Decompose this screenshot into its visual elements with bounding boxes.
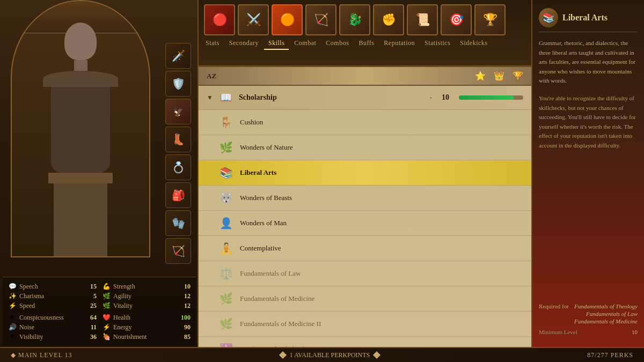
- stat-value-conspicuousness: 64: [80, 314, 97, 322]
- filter-crown-icon[interactable]: 👑: [494, 71, 504, 81]
- ranged-slot[interactable]: 🏹: [165, 238, 191, 264]
- stat-nourishment: 🍖 Nourishment 85: [102, 332, 191, 342]
- tab-buffs[interactable]: Buffs: [354, 38, 378, 50]
- perks-display: 87/277 PERKS: [587, 351, 633, 359]
- right-panel-description: Grammar, rhetoric, and dialectics, the t…: [539, 39, 638, 86]
- tab-icon-skills[interactable]: 🟠: [272, 4, 303, 35]
- stat-name-vitality: Vitality: [113, 302, 172, 310]
- perk-points-display: 1 AVAILABLE PERKPOINTS: [280, 351, 380, 359]
- boots-slot[interactable]: 👢: [165, 127, 191, 152]
- stat-agility: 🌿 Agility 12: [102, 291, 191, 301]
- stat-visibility: 👁 Visibility 36: [8, 332, 97, 342]
- tab-reputation[interactable]: Reputation: [379, 38, 419, 50]
- skill-fundamentals-theology[interactable]: ✝️ Fundamentals of Theology: [199, 337, 531, 347]
- skill-name-cushion: Cushion: [240, 118, 523, 127]
- tab-icon-stats[interactable]: 🔴: [204, 4, 235, 35]
- armor-slot[interactable]: 🦅: [165, 99, 191, 124]
- nav-tabs: 🔴 ⚔️ 🟠 🏹 🐉 ✊ 📜 🎯 🏆 Stats Secondary Skill…: [199, 0, 531, 67]
- shield-icons-row: 🔴 ⚔️ 🟠 🏹 🐉 ✊ 📜 🎯 🏆: [199, 0, 531, 38]
- skill-name-fundamentals-law: Fundamentals of Law: [240, 269, 523, 278]
- stat-value-energy: 90: [174, 323, 191, 331]
- nourishment-icon: 🍖: [102, 333, 111, 341]
- scholarship-level: 10: [437, 93, 453, 102]
- min-level-label: Minimum Level: [539, 329, 577, 335]
- skill-name-liberal-arts: Liberal Arts: [240, 168, 523, 177]
- tab-icon-buffs[interactable]: ✊: [373, 4, 404, 35]
- skill-liberal-arts[interactable]: 📚 Liberal Arts: [199, 160, 531, 186]
- charisma-icon: ✨: [8, 292, 17, 300]
- tab-combos[interactable]: Combos: [321, 38, 353, 50]
- stat-name-nourishment: Nourishment: [113, 333, 172, 341]
- bag-slot[interactable]: 🎒: [165, 182, 191, 208]
- tab-labels: Stats Secondary Skills Combat Combos Buf…: [199, 38, 531, 50]
- stat-value-health: 100: [174, 314, 191, 322]
- energy-icon: ⚡: [102, 323, 111, 331]
- sort-az-button[interactable]: AZ: [207, 72, 216, 80]
- tab-icon-combat[interactable]: 🏹: [305, 4, 336, 35]
- skill-fundamentals-law[interactable]: ⚖️ Fundamentals of Law: [199, 261, 531, 286]
- skill-cushion[interactable]: 🪑 Cushion: [199, 110, 531, 135]
- skill-fundamentals-medicine[interactable]: 🌿 Fundamentals of Medicine: [199, 286, 531, 312]
- noise-icon: 🔊: [8, 323, 17, 331]
- stat-name-health: Health: [113, 314, 172, 322]
- stat-value-strength: 10: [174, 283, 191, 291]
- stat-value-noise: 11: [80, 323, 97, 331]
- tab-skills[interactable]: Skills: [264, 38, 289, 50]
- tab-icon-statistics[interactable]: 🎯: [441, 4, 472, 35]
- fundamentals-theology-icon: ✝️: [217, 341, 235, 347]
- visibility-icon: 👁: [8, 333, 17, 341]
- tab-stats[interactable]: Stats: [201, 38, 224, 50]
- tab-icon-reputation[interactable]: 📜: [407, 4, 438, 35]
- required-item-0: Fundamentals of Theology: [574, 303, 638, 309]
- stat-speed: ⚡ Speed 25: [8, 301, 97, 311]
- skill-fundamentals-medicine-ii[interactable]: 🌿 Fundamentals of Medicine II: [199, 312, 531, 337]
- conspicuousness-icon: 👁: [8, 313, 17, 322]
- speech-icon: 💬: [8, 282, 17, 291]
- stat-value-visibility: 36: [80, 333, 97, 341]
- tab-secondary[interactable]: Secondary: [225, 38, 263, 50]
- tab-icon-sidekicks[interactable]: 🏆: [474, 4, 506, 35]
- right-panel-header: 📚 Liberal Arts: [539, 8, 638, 32]
- required-section: Required for Fundamentals of Theology Fu…: [539, 303, 638, 335]
- ring-slot[interactable]: 💍: [165, 154, 191, 180]
- right-panel: 📚 Liberal Arts Grammar, rhetoric, and di…: [531, 0, 644, 362]
- skill-contemplative[interactable]: 🧘 Contemplative: [199, 236, 531, 261]
- tab-statistics[interactable]: Statistics: [420, 38, 455, 50]
- skills-list[interactable]: ▼ 📖 Scholarship - 10 🪑 Cushion 🌿 Wonders…: [199, 86, 531, 347]
- filter-star-icon[interactable]: ⭐: [475, 71, 486, 81]
- misc-slot[interactable]: 🧤: [165, 210, 191, 236]
- skill-wonders-of-man[interactable]: 👤 Wonders of Man: [199, 211, 531, 236]
- main-content: 🔴 ⚔️ 🟠 🏹 🐉 ✊ 📜 🎯 🏆 Stats Secondary Skill…: [199, 0, 531, 362]
- stat-name-noise: Noise: [19, 323, 78, 331]
- stat-name-conspicuousness: Conspicuousness: [19, 314, 78, 322]
- right-panel-skill-icon: 📚: [539, 8, 558, 27]
- stat-value-speed: 25: [80, 302, 97, 310]
- scholarship-progress-bar: [459, 95, 523, 100]
- bottom-bar: ◆ MAIN LEVEL 13 1 AVAILABLE PERKPOINTS 8…: [0, 347, 644, 362]
- stat-value-vitality: 12: [174, 302, 191, 310]
- inventory-column: 🗡️ 🛡️ 🦅 👢 💍 🎒 🧤 🏹: [165, 43, 195, 264]
- fundamentals-law-icon: ⚖️: [217, 265, 235, 282]
- tab-icon-secondary[interactable]: ⚔️: [238, 4, 269, 35]
- tab-combat[interactable]: Combat: [290, 38, 320, 50]
- skill-name-contemplative: Contemplative: [240, 244, 523, 253]
- skill-wonders-of-beasts[interactable]: 🐺 Wonders of Beasts: [199, 186, 531, 211]
- tab-sidekicks[interactable]: Sidekicks: [456, 38, 492, 50]
- strength-icon: 💪: [102, 282, 111, 291]
- required-for-list: Fundamentals of Theology Fundamentals of…: [574, 303, 638, 324]
- stat-name-charisma: Charisma: [19, 292, 78, 300]
- skill-name-fundamentals-medicine-ii: Fundamentals of Medicine II: [240, 320, 523, 328]
- skill-wonders-of-nature[interactable]: 🌿 Wonders of Nature: [199, 135, 531, 160]
- scholarship-header[interactable]: ▼ 📖 Scholarship - 10: [199, 86, 531, 110]
- required-item-1: Fundamentals of Law: [574, 311, 638, 317]
- scholarship-expand-icon[interactable]: ▼: [207, 94, 213, 102]
- filter-trophy-icon[interactable]: 🏆: [513, 71, 523, 81]
- tab-icon-combos[interactable]: 🐉: [339, 4, 370, 35]
- shield-slot[interactable]: 🛡️: [165, 71, 191, 97]
- stat-name-speed: Speed: [19, 302, 78, 310]
- stat-strength: 💪 Strength 10: [102, 282, 191, 291]
- stat-energy: ⚡ Energy 90: [102, 322, 191, 332]
- weapon-slot[interactable]: 🗡️: [165, 43, 191, 69]
- skill-name-fundamentals-medicine: Fundamentals of Medicine: [240, 294, 523, 303]
- main-level-display: ◆ MAIN LEVEL 13: [11, 351, 72, 359]
